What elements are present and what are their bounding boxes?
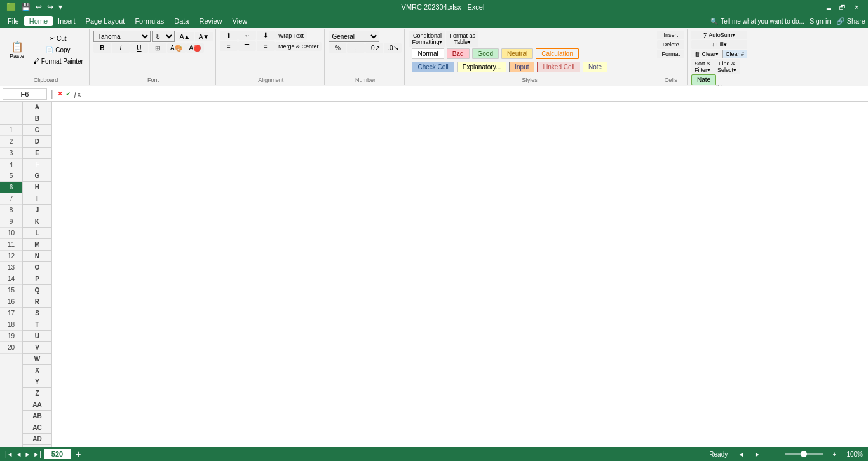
- cell-reference[interactable]: F6: [3, 88, 47, 100]
- format-btn[interactable]: Format: [657, 50, 684, 58]
- font-color-btn[interactable]: A🔴: [186, 43, 205, 53]
- border-btn[interactable]: ⊞: [149, 43, 166, 53]
- row-num-4[interactable]: 4: [0, 159, 22, 170]
- autosum-btn[interactable]: ∑ AutoSum▾: [691, 31, 747, 39]
- col-header-AB[interactable]: AB: [23, 411, 52, 422]
- menu-data[interactable]: Data: [169, 16, 194, 26]
- percent-btn[interactable]: %: [329, 43, 346, 53]
- bold-btn[interactable]: B: [93, 43, 111, 53]
- fill-color-btn[interactable]: A🎨: [167, 43, 186, 53]
- row-num-20[interactable]: 20: [0, 342, 22, 354]
- zoom-out-btn[interactable]: –: [771, 451, 775, 458]
- col-header-AC[interactable]: AC: [23, 422, 52, 434]
- row-num-6[interactable]: 6: [0, 182, 22, 193]
- formula-check[interactable]: ✕: [57, 90, 63, 98]
- paste-btn[interactable]: 📋 Paste: [5, 31, 29, 69]
- col-header-E[interactable]: E: [23, 148, 52, 159]
- font-size-select[interactable]: 8: [152, 31, 175, 42]
- wrap-text-btn[interactable]: Wrap Text: [275, 31, 307, 40]
- menu-view[interactable]: View: [227, 16, 253, 26]
- col-header-V[interactable]: V: [23, 342, 52, 354]
- scroll-right-btn[interactable]: ►: [754, 451, 761, 458]
- row-num-1[interactable]: 1: [0, 125, 22, 136]
- increase-font-btn[interactable]: A▲: [176, 32, 194, 41]
- fill-btn[interactable]: ↓ Fill▾: [691, 40, 747, 49]
- sheet-nav-prev[interactable]: ◄: [16, 451, 22, 458]
- row-num-9[interactable]: 9: [0, 216, 22, 228]
- style-bad[interactable]: Bad: [447, 48, 470, 59]
- row-num-12[interactable]: 12: [0, 251, 22, 262]
- style-input[interactable]: Input: [509, 62, 534, 72]
- sign-in-btn[interactable]: Sign in: [810, 17, 831, 25]
- align-top-btn[interactable]: ⬆: [220, 31, 238, 40]
- row-num-13[interactable]: 13: [0, 262, 22, 273]
- col-header-A[interactable]: A: [23, 102, 52, 113]
- row-num-18[interactable]: 18: [0, 319, 22, 331]
- row-num-17[interactable]: 17: [0, 308, 22, 319]
- search-box[interactable]: Tell me what you want to do...: [721, 18, 804, 25]
- col-header-T[interactable]: T: [23, 319, 52, 331]
- format-as-table-btn[interactable]: Format asTable▾: [446, 31, 478, 47]
- col-header-H[interactable]: H: [23, 182, 52, 193]
- nate-btn[interactable]: Nate: [691, 74, 716, 85]
- col-header-J[interactable]: J: [23, 205, 52, 216]
- row-num-3[interactable]: 3: [0, 148, 22, 159]
- clear-hash-btn[interactable]: Clear #: [722, 50, 747, 58]
- align-left-btn[interactable]: ≡: [220, 41, 238, 51]
- window-controls[interactable]: 🗕 🗗 ✕: [822, 1, 863, 13]
- format-painter-btn[interactable]: 🖌 Format Painter: [30, 56, 86, 67]
- col-header-Z[interactable]: Z: [23, 388, 52, 399]
- sheet-nav-last[interactable]: ►|: [33, 451, 41, 458]
- row-num-10[interactable]: 10: [0, 228, 22, 239]
- sheet-tab-520[interactable]: 520: [44, 449, 71, 459]
- col-header-AA[interactable]: AA: [23, 399, 52, 411]
- align-right-btn[interactable]: ≡: [257, 41, 275, 51]
- conditional-formatting-btn[interactable]: ConditionalFormatting▾: [409, 31, 445, 47]
- col-header-W[interactable]: W: [23, 354, 52, 365]
- save-btn[interactable]: 💾: [20, 3, 32, 11]
- close-btn[interactable]: ✕: [850, 1, 863, 13]
- grid-scroll-area[interactable]: A B C D E F G H I J K L M N O: [23, 102, 868, 447]
- row-num-14[interactable]: 14: [0, 273, 22, 285]
- formula-accept[interactable]: ✓: [65, 90, 71, 98]
- col-header-M[interactable]: M: [23, 239, 52, 251]
- style-neutral[interactable]: Neutral: [501, 48, 533, 59]
- decrease-font-btn[interactable]: A▼: [195, 32, 213, 41]
- undo-btn[interactable]: ↩: [34, 3, 43, 11]
- col-header-AE[interactable]: AE: [23, 445, 52, 447]
- add-sheet-btn[interactable]: +: [76, 449, 81, 459]
- share-btn[interactable]: 🔗 Share: [836, 17, 865, 25]
- formula-input[interactable]: 22682620: [83, 89, 865, 99]
- find-select-btn[interactable]: Find &Select▾: [714, 59, 740, 74]
- col-header-G[interactable]: G: [23, 170, 52, 182]
- col-header-D[interactable]: D: [23, 136, 52, 148]
- row-num-19[interactable]: 19: [0, 331, 22, 342]
- col-header-AD[interactable]: AD: [23, 434, 52, 445]
- col-header-N[interactable]: N: [23, 251, 52, 262]
- cut-btn[interactable]: ✂ Cut: [30, 33, 86, 44]
- col-header-Q[interactable]: Q: [23, 285, 52, 296]
- copy-btn[interactable]: 📄 Copy: [30, 45, 86, 55]
- col-header-L[interactable]: L: [23, 228, 52, 239]
- col-header-Y[interactable]: Y: [23, 376, 52, 388]
- merge-center-btn[interactable]: Merge & Center: [275, 42, 322, 51]
- col-header-B[interactable]: B: [23, 113, 52, 125]
- col-header-F[interactable]: F: [23, 159, 52, 170]
- row-num-16[interactable]: 16: [0, 296, 22, 308]
- col-header-U[interactable]: U: [23, 331, 52, 342]
- insert-btn[interactable]: Insert: [657, 31, 684, 39]
- decrease-decimal-btn[interactable]: .0↘: [384, 43, 402, 53]
- row-num-15[interactable]: 15: [0, 285, 22, 296]
- col-header-I[interactable]: I: [23, 193, 52, 205]
- comma-btn[interactable]: ,: [347, 43, 365, 53]
- menu-home[interactable]: Home: [24, 16, 53, 26]
- formula-func[interactable]: ƒx: [74, 90, 81, 98]
- scroll-left-btn[interactable]: ◄: [738, 451, 744, 458]
- sheet-nav-first[interactable]: |◄: [5, 451, 13, 458]
- menu-formulas[interactable]: Formulas: [130, 16, 169, 26]
- menu-file[interactable]: File: [3, 16, 24, 26]
- style-calculation[interactable]: Calculation: [536, 48, 578, 59]
- col-header-K[interactable]: K: [23, 216, 52, 228]
- row-num-8[interactable]: 8: [0, 205, 22, 216]
- style-check-cell[interactable]: Check Cell: [412, 62, 454, 72]
